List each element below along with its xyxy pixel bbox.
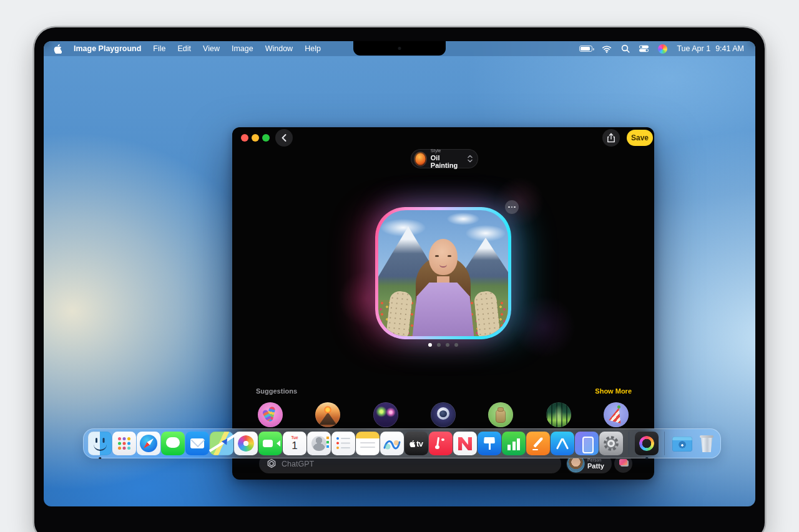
menubar-app-name[interactable]: Image Playground <box>74 44 141 53</box>
dock-freeform-icon[interactable] <box>380 432 404 455</box>
dock-divider <box>629 432 629 455</box>
control-center-icon[interactable] <box>639 45 649 52</box>
oil-painting-portrait <box>378 210 508 336</box>
back-button[interactable] <box>275 129 293 147</box>
generated-image[interactable] <box>375 207 511 339</box>
dock-reminders-icon[interactable] <box>331 432 355 455</box>
page-dot <box>454 343 458 347</box>
dock-pages-icon[interactable] <box>526 432 550 455</box>
style-picker-value: Oil Painting <box>431 154 463 169</box>
menu-file[interactable]: File <box>153 44 165 53</box>
running-indicator <box>99 457 101 460</box>
menubar-clock[interactable]: Tue Apr 1 9:41 AM <box>677 44 744 53</box>
chevron-up-down-icon <box>468 155 473 163</box>
dock: Tue 1 tv <box>83 428 721 458</box>
image-playground-status-icon[interactable] <box>658 44 667 54</box>
search-icon[interactable] <box>621 44 630 53</box>
dock-downloads-folder-icon[interactable] <box>670 432 694 455</box>
desktop-wallpaper: Image Playground File Edit View Image Wi… <box>44 41 755 506</box>
share-button[interactable] <box>602 129 620 147</box>
menu-window[interactable]: Window <box>265 44 293 53</box>
share-icon <box>607 133 615 143</box>
clock-time: 9:41 AM <box>715 44 744 53</box>
page-dot <box>446 343 449 347</box>
prompt-input[interactable] <box>282 460 554 468</box>
dock-notes-icon[interactable] <box>356 432 380 455</box>
display-notch <box>353 41 446 56</box>
menu-view[interactable]: View <box>203 44 220 53</box>
dock-calendar-icon[interactable]: Tue 1 <box>283 432 306 455</box>
hiker-thumbnail <box>488 402 513 427</box>
menu-help[interactable]: Help <box>305 44 321 53</box>
minimize-window-button[interactable] <box>252 134 259 142</box>
oil-painting-style-icon <box>414 152 426 166</box>
volcano-thumbnail <box>315 402 340 427</box>
style-picker[interactable]: Style Oil Painting <box>411 149 478 168</box>
dock-system-settings-icon[interactable] <box>599 432 623 455</box>
save-button[interactable]: Save <box>627 130 653 146</box>
dock-mail-icon[interactable] <box>185 432 209 455</box>
battery-icon[interactable] <box>579 46 592 52</box>
download-arrow-icon <box>680 443 684 447</box>
style-picker-label: Style <box>431 148 463 153</box>
macbook-frame: Image Playground File Edit View Image Wi… <box>34 27 765 532</box>
camera-dot <box>398 47 401 50</box>
running-indicator <box>645 457 648 460</box>
page-dot-active <box>428 343 432 347</box>
zoom-window-button[interactable] <box>262 134 270 142</box>
portrait-face <box>429 239 458 275</box>
astronaut-thumbnail <box>431 402 456 427</box>
dock-app-store-icon[interactable] <box>551 432 574 455</box>
dock-tv-icon[interactable]: tv <box>404 432 428 455</box>
dock-safari-icon[interactable] <box>137 432 160 455</box>
dock-maps-icon[interactable] <box>210 432 233 455</box>
dock-messages-icon[interactable] <box>161 432 185 455</box>
dock-image-playground-icon[interactable] <box>635 432 659 455</box>
apple-menu-icon[interactable] <box>54 44 62 54</box>
chatgpt-icon <box>267 458 277 469</box>
image-playground-window: Style Oil Painting Save <box>232 127 654 480</box>
dock-numbers-icon[interactable] <box>502 432 526 455</box>
dock-trash-icon[interactable] <box>695 432 718 455</box>
dock-finder-icon[interactable] <box>88 432 112 455</box>
page-dot <box>437 343 441 347</box>
suggestions-title: Suggestions <box>256 387 297 395</box>
dock-news-icon[interactable] <box>453 432 477 455</box>
clock-date: Tue Apr 1 <box>677 44 710 53</box>
dock-iphone-mirroring-icon[interactable] <box>575 432 599 455</box>
forest-thumbnail <box>546 402 571 427</box>
wifi-icon[interactable] <box>602 45 612 53</box>
more-options-button[interactable] <box>505 200 519 214</box>
person-chip-name: Patty <box>587 462 604 470</box>
bokeh-glow <box>513 296 576 358</box>
dock-launchpad-icon[interactable] <box>112 432 136 455</box>
party-hat-thumbnail <box>604 402 629 427</box>
dock-facetime-icon[interactable] <box>258 432 282 455</box>
fireworks-thumbnail <box>373 402 398 427</box>
close-window-button[interactable] <box>241 134 248 142</box>
chevron-left-icon <box>281 133 287 142</box>
dock-contacts-icon[interactable] <box>307 432 331 455</box>
image-page-dots[interactable] <box>232 343 654 347</box>
dock-photos-icon[interactable] <box>234 432 258 455</box>
dock-music-icon[interactable] <box>429 432 453 455</box>
menu-edit[interactable]: Edit <box>178 44 192 53</box>
scarf-thumbnail <box>258 402 283 427</box>
dock-keynote-icon[interactable] <box>478 432 501 455</box>
dock-divider <box>664 432 665 455</box>
menu-image[interactable]: Image <box>232 44 253 53</box>
show-more-link[interactable]: Show More <box>595 387 632 395</box>
